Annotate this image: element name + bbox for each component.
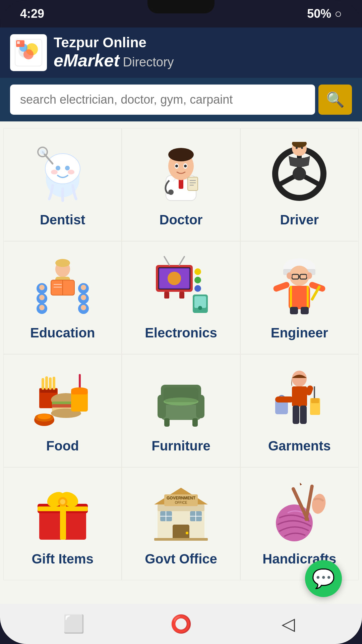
dentist-svg bbox=[33, 142, 93, 202]
status-right: 50% ○ bbox=[307, 7, 342, 21]
electronics-svg bbox=[151, 255, 211, 315]
svg-point-79 bbox=[307, 272, 312, 279]
category-grid: Dentist bbox=[3, 128, 359, 580]
svg-point-78 bbox=[287, 272, 292, 279]
svg-line-64 bbox=[164, 257, 169, 265]
category-education[interactable]: Education bbox=[3, 241, 122, 354]
header-text: Tezpur Online eMarket Directory bbox=[54, 35, 174, 70]
garments-icon-wrapper bbox=[266, 365, 333, 432]
gift-items-label: Gift Items bbox=[32, 551, 93, 567]
svg-rect-87 bbox=[301, 307, 309, 314]
food-svg bbox=[33, 368, 93, 428]
svg-rect-25 bbox=[188, 177, 198, 191]
engineer-svg bbox=[269, 255, 329, 315]
gift-icon-wrapper bbox=[29, 478, 96, 545]
svg-point-66 bbox=[194, 268, 201, 275]
category-doctor[interactable]: Doctor bbox=[122, 128, 240, 241]
category-garments[interactable]: Garments bbox=[240, 354, 359, 467]
category-food[interactable]: Food bbox=[3, 354, 122, 467]
svg-marker-150 bbox=[299, 482, 302, 485]
nav-home-circle-button[interactable]: ⭕ bbox=[168, 610, 194, 637]
svg-point-22 bbox=[175, 165, 178, 167]
furniture-label: Furniture bbox=[152, 438, 210, 453]
driver-svg bbox=[269, 142, 329, 202]
category-dentist[interactable]: Dentist bbox=[3, 128, 122, 241]
battery-text: 50% bbox=[307, 7, 331, 21]
header: Tezpur Online eMarket Directory bbox=[0, 28, 362, 78]
svg-rect-115 bbox=[292, 386, 307, 407]
svg-rect-86 bbox=[290, 307, 298, 314]
category-engineer[interactable]: Engineer bbox=[240, 241, 359, 354]
govt-icon-wrapper: GOVERNMENT OFFICE bbox=[147, 478, 215, 545]
svg-rect-119 bbox=[311, 398, 319, 403]
nav-bar: ⬜ ⭕ ◁ bbox=[0, 604, 362, 644]
electronics-icon-wrapper bbox=[147, 252, 215, 319]
svg-point-37 bbox=[301, 147, 303, 149]
govt-office-label: Govt Office bbox=[145, 551, 217, 567]
svg-rect-122 bbox=[293, 406, 299, 424]
svg-point-68 bbox=[194, 285, 201, 292]
svg-point-54 bbox=[81, 285, 86, 290]
back-icon: ◁ bbox=[282, 614, 295, 634]
svg-point-33 bbox=[293, 167, 306, 180]
svg-point-11 bbox=[51, 170, 58, 174]
svg-rect-6 bbox=[17, 41, 20, 44]
education-label: Education bbox=[30, 325, 95, 340]
time: 4:29 bbox=[20, 7, 44, 21]
svg-rect-83 bbox=[273, 281, 290, 292]
driver-label: Driver bbox=[280, 212, 319, 227]
logo-box bbox=[10, 34, 47, 71]
svg-rect-127 bbox=[38, 506, 88, 511]
category-handicrafts[interactable]: Handicrafts bbox=[240, 467, 359, 580]
doctor-svg bbox=[151, 142, 211, 202]
brand-tagline: eMarket Directory bbox=[54, 50, 174, 70]
nav-back-button[interactable]: ◁ bbox=[275, 610, 302, 637]
svg-point-8 bbox=[45, 154, 80, 184]
svg-rect-63 bbox=[179, 292, 184, 299]
svg-rect-120 bbox=[275, 396, 294, 402]
chat-fab-button[interactable]: 💬 bbox=[305, 560, 342, 597]
dentist-label: Dentist bbox=[40, 212, 85, 227]
svg-point-131 bbox=[60, 499, 65, 504]
svg-rect-90 bbox=[42, 378, 44, 390]
svg-rect-123 bbox=[300, 406, 307, 424]
search-bar: 🔍 bbox=[0, 78, 362, 121]
garments-svg bbox=[269, 368, 329, 428]
svg-point-10 bbox=[65, 166, 70, 170]
engineer-label: Engineer bbox=[271, 325, 328, 340]
svg-rect-91 bbox=[45, 376, 48, 390]
svg-point-53 bbox=[39, 305, 45, 310]
education-svg bbox=[33, 255, 93, 315]
category-govt-office[interactable]: GOVERNMENT OFFICE bbox=[122, 467, 240, 580]
brand-name: Tezpur Online bbox=[54, 35, 174, 50]
circle-icon: ⭕ bbox=[170, 614, 192, 634]
food-icon-wrapper bbox=[29, 365, 96, 432]
svg-point-52 bbox=[39, 295, 45, 300]
svg-point-23 bbox=[184, 165, 187, 167]
svg-point-61 bbox=[168, 272, 181, 285]
dentist-icon-wrapper bbox=[29, 139, 96, 206]
food-label: Food bbox=[46, 438, 79, 453]
svg-rect-111 bbox=[164, 418, 170, 427]
svg-rect-146 bbox=[154, 538, 208, 541]
svg-point-114 bbox=[292, 371, 307, 387]
nav-home-button[interactable]: ⬜ bbox=[60, 610, 87, 637]
svg-point-9 bbox=[56, 166, 60, 170]
category-furniture[interactable]: Furniture bbox=[122, 354, 240, 467]
svg-rect-113 bbox=[164, 387, 198, 402]
svg-rect-62 bbox=[164, 292, 169, 299]
category-gift-items[interactable]: Gift Items bbox=[3, 467, 122, 580]
svg-point-105 bbox=[38, 414, 51, 419]
driver-icon-wrapper bbox=[266, 139, 333, 206]
category-grid-container: Dentist bbox=[0, 121, 362, 604]
svg-rect-93 bbox=[53, 377, 55, 390]
search-button[interactable]: 🔍 bbox=[318, 85, 352, 115]
home-icon: ⬜ bbox=[63, 614, 85, 634]
category-electronics[interactable]: Electronics bbox=[122, 241, 240, 354]
search-input[interactable] bbox=[10, 85, 315, 115]
svg-text:GOVERNMENT: GOVERNMENT bbox=[167, 496, 196, 500]
svg-point-71 bbox=[198, 306, 202, 310]
svg-point-51 bbox=[39, 285, 45, 290]
education-icon-wrapper bbox=[29, 252, 96, 319]
category-driver[interactable]: Driver bbox=[240, 128, 359, 241]
